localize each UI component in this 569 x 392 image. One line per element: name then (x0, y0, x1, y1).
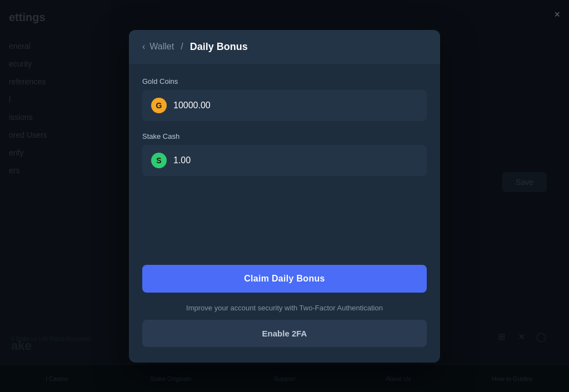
gold-coins-value: 10000.00 (173, 100, 211, 110)
stake-cash-icon: S (151, 153, 167, 168)
breadcrumb-separator: / (181, 42, 183, 52)
modal-header: ‹ Wallet / Daily Bonus (129, 30, 440, 64)
close-button[interactable]: × (554, 9, 560, 21)
modal-spacer (142, 187, 427, 265)
breadcrumb-wallet[interactable]: Wallet (149, 42, 174, 52)
modal-body: Gold Coins G 10000.00 Stake Cash S 1.00 … (129, 64, 440, 363)
stake-cash-label: Stake Cash (142, 132, 427, 140)
claim-daily-bonus-button[interactable]: Claim Daily Bonus (142, 265, 427, 293)
gold-coin-icon: G (151, 98, 167, 113)
gold-coins-label: Gold Coins (142, 77, 427, 86)
stake-cash-value: 1.00 (173, 155, 191, 165)
modal-overlay: ‹ Wallet / Daily Bonus Gold Coins G 1000… (0, 0, 569, 392)
security-text: Improve your account security with Two-F… (142, 304, 427, 312)
breadcrumb-current: Daily Bonus (190, 41, 248, 53)
stake-cash-field: S 1.00 (142, 145, 427, 176)
gold-coins-field: G 10000.00 (142, 90, 427, 121)
enable-2fa-button[interactable]: Enable 2FA (142, 320, 427, 347)
daily-bonus-modal: ‹ Wallet / Daily Bonus Gold Coins G 1000… (129, 30, 440, 363)
back-button[interactable]: ‹ (142, 42, 145, 52)
